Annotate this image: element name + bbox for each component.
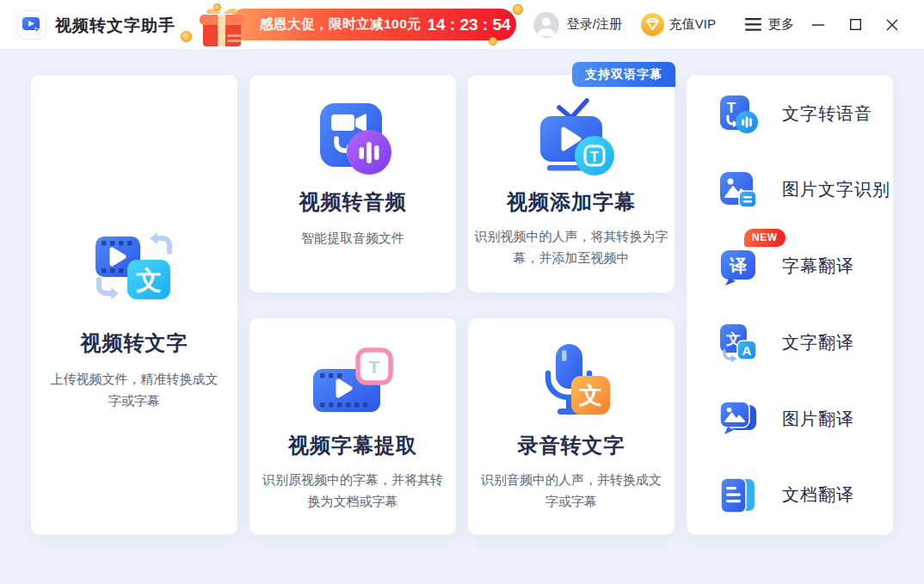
video-to-text-icon: 文 [94,230,175,304]
coin-icon [489,37,497,46]
wen-glyph: 文 [578,383,602,409]
card-video-to-text[interactable]: 文 视频转文字 上传视频文件，精准转换成文字或字幕 [31,75,237,535]
card-title: 录音转文字 [518,432,625,459]
svg-text:译: 译 [729,256,747,275]
promo-countdown: 14 : 23 : 54 [427,15,510,34]
titlebar-right: 登录/注册 充值VIP 更多 [533,0,905,49]
sidebar-tools: T 文字转语音 图片 [687,75,893,535]
titlebar: 视频转文字助手 感恩大促，限时立减100元 14 : 23 : 54 [0,0,924,49]
text-to-speech-icon: T [718,94,758,133]
avatar[interactable] [533,12,559,38]
sidebar-item-image-ocr[interactable]: 图片文字识别 [718,170,893,210]
document-translate-icon [718,476,758,515]
minimize-button[interactable] [805,12,831,38]
t-glyph: T [590,150,599,164]
subtitle-translate-icon: 译 [718,247,758,286]
sidebar-item-text-translate[interactable]: 文 A 文字翻译 [718,323,893,362]
more-menu-button[interactable]: 更多 [745,16,794,33]
svg-text:T: T [727,100,736,116]
more-label: 更多 [768,16,794,33]
card-desc: 识别音频中的人声，并转换成文字或字幕 [479,470,663,513]
sidebar-item-label: 文字翻译 [782,331,854,354]
sidebar-item-label: 图片翻译 [782,408,854,431]
app-window: 视频转文字助手 感恩大促，限时立减100元 14 : 23 : 54 [0,0,924,584]
card-desc: 上传视频文件，精准转换成文字或字幕 [48,369,220,412]
close-button[interactable] [879,12,905,38]
wen-glyph: 文 [136,266,162,294]
mic-to-text-icon: 文 [533,339,610,423]
card-title: 视频转音频 [299,188,407,216]
sidebar-item-label: 文字转语音 [782,102,872,126]
video-to-audio-icon [311,95,394,180]
sidebar-item-doc-translate[interactable]: 文档翻译 [718,476,893,515]
app-title: 视频转文字助手 [55,15,176,37]
sidebar-item-label: 文档翻译 [782,483,854,507]
sidebar-item-image-translate[interactable]: 图片翻译 [718,399,893,439]
new-badge: NEW [744,229,785,247]
coin-icon [181,31,192,42]
card-title: 视频字幕提取 [288,432,417,459]
card-title: 视频添加字幕 [507,188,636,216]
card-desc: 识别视频中的人声，将其转换为字幕，并添加至视频中 [474,226,668,269]
login-register-link[interactable]: 登录/注册 [567,16,622,33]
card-subtitle-extract[interactable]: T 视频字幕提取 识别原视频中的字幕，并将其转换为文档或字幕 [249,318,456,535]
promo-banner[interactable]: 感恩大促，限时立减100元 14 : 23 : 54 [229,9,516,40]
maximize-icon [850,19,861,30]
card-desc: 识别原视频中的字幕，并将其转换为文档或字幕 [261,470,445,513]
coin-icon [511,3,524,15]
card-add-subtitles[interactable]: 支持双语字幕 T 视频添加字幕 识别视频中的人声，将其转换为字幕，并添加至视频中 [468,75,675,292]
svg-text:A: A [742,343,752,358]
t-glyph: T [369,357,380,377]
app-logo-icon [17,10,46,40]
sidebar-item-subtitle-translate[interactable]: NEW 译 字幕翻译 [718,247,893,286]
close-icon [886,19,898,31]
image-translate-icon [718,399,758,439]
tv-subtitle-icon: T [528,95,614,180]
film-subtitle-icon: T [311,339,394,423]
gift-box-icon [191,2,253,52]
minimize-icon [812,19,824,31]
card-desc: 智能提取音频文件 [258,228,447,249]
sidebar-item-text-to-speech[interactable]: T 文字转语音 [718,94,893,133]
sidebar-item-label: 图片文字识别 [782,178,890,201]
vip-diamond-icon[interactable] [641,13,664,36]
promo-text: 感恩大促，限时立减100元 [260,15,421,34]
recharge-vip-link[interactable]: 充值VIP [669,16,716,33]
image-text-recognition-icon [718,170,758,210]
coin-icon [213,3,221,11]
sidebar-list: T 文字转语音 图片 [687,75,893,535]
card-video-to-audio[interactable]: 视频转音频 智能提取音频文件 [249,75,456,292]
card-audio-to-text[interactable]: 文 录音转文字 识别音频中的人声，并转换成文字或字幕 [468,318,675,535]
sidebar-item-label: 字幕翻译 [782,255,854,278]
bilingual-badge: 支持双语字幕 [572,62,675,87]
card-title: 视频转文字 [81,329,188,357]
maximize-button[interactable] [842,12,868,38]
hamburger-icon [745,18,761,31]
text-translate-icon: 文 A [718,323,758,362]
